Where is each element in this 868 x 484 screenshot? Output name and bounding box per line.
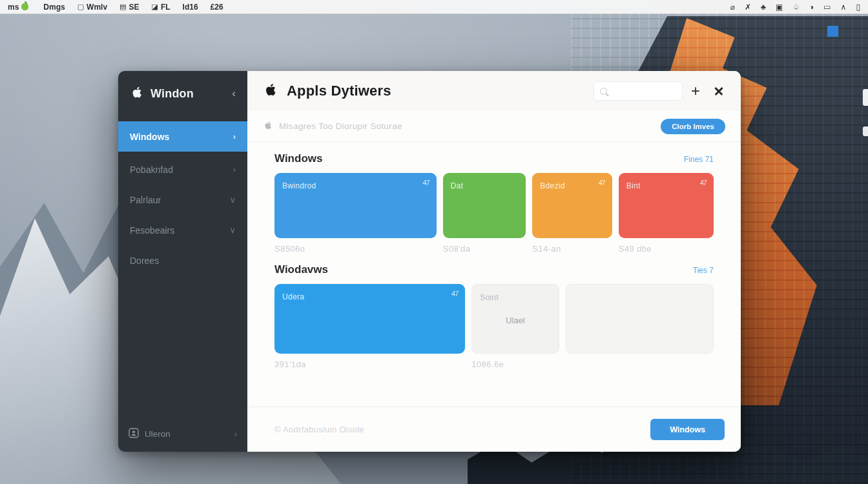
spade-status-icon[interactable]: ♤ bbox=[792, 3, 800, 12]
card-blue-wide[interactable]: Udera 47 bbox=[274, 284, 465, 354]
card-caption: S8506o bbox=[274, 244, 437, 254]
sidebar-item-label: Dorees bbox=[130, 256, 159, 266]
section-link[interactable]: Ties 7 bbox=[693, 266, 714, 275]
section-header: Windows Fines 71 bbox=[274, 152, 714, 165]
desktop-edge-icon[interactable] bbox=[863, 89, 868, 106]
chevron-right-icon: › bbox=[233, 132, 236, 141]
card-item: Bwindrod 47 S8506o bbox=[274, 173, 437, 254]
menu-bar: ms Dmgs ▢ Wmlv ▤ SE ◪ FL Id16 £26 ⌀ ✗ ♣ bbox=[0, 0, 868, 14]
square-status-icon[interactable]: ▣ bbox=[776, 3, 783, 12]
page-title: Appls Dytiwers bbox=[287, 83, 391, 99]
battery-status-icon[interactable]: ▭ bbox=[823, 3, 831, 12]
sidebar-footer-item[interactable]: Uleron › bbox=[118, 418, 247, 449]
add-button[interactable]: + bbox=[691, 83, 700, 99]
window-status-icon[interactable]: ▯ bbox=[856, 3, 860, 12]
card-red[interactable]: Bint 47 bbox=[619, 173, 714, 238]
menu-item-label: Wmlv bbox=[87, 3, 107, 12]
volume-status-icon[interactable]: ∧ bbox=[841, 3, 847, 12]
desktop-edge-icon[interactable] bbox=[863, 126, 868, 136]
card-row: Bwindrod 47 S8506o Dat S08'da Bdezid bbox=[274, 173, 714, 254]
card-label: Udera bbox=[282, 292, 304, 301]
window-glyph-icon: ▢ bbox=[78, 3, 84, 11]
card-caption: 1086.6e bbox=[471, 359, 559, 370]
sidebar-collapse-icon[interactable]: ‹ bbox=[232, 87, 236, 100]
card-green[interactable]: Dat bbox=[443, 173, 526, 238]
menu-item-label: £26 bbox=[211, 3, 223, 12]
sidebar-title: Windon bbox=[150, 87, 194, 101]
apple-logo-gray-icon bbox=[263, 120, 273, 133]
card-caption: S14-an bbox=[532, 244, 612, 254]
sidebar-item-fesobeairs[interactable]: Fesobeairs ∨ bbox=[118, 215, 247, 245]
menubar-status-area: ⌀ ✗ ♣ ▣ ♤ ◑ ▭ ∧ ▯ bbox=[730, 3, 860, 12]
menu-item-label: Dmgs bbox=[43, 3, 65, 12]
menubar-item[interactable]: ▢ Wmlv bbox=[78, 3, 107, 12]
card-orange[interactable]: Bdezid 47 bbox=[532, 173, 612, 238]
grid-glyph-icon: ▤ bbox=[119, 3, 126, 11]
menubar-app-menu[interactable]: ms bbox=[8, 3, 28, 12]
clover-status-icon[interactable]: ♣ bbox=[761, 3, 766, 12]
card-label: Dat bbox=[451, 181, 464, 190]
card-center-text: Ulael bbox=[480, 316, 551, 325]
subheader-action-button[interactable]: Clorb Imves bbox=[661, 119, 725, 134]
menubar-app-label: ms bbox=[8, 3, 19, 12]
desktop: ms Dmgs ▢ Wmlv ▤ SE ◪ FL Id16 £26 ⌀ ✗ ♣ bbox=[0, 0, 868, 484]
chevron-right-icon: › bbox=[234, 429, 237, 439]
card-badge-icon: 47 bbox=[700, 179, 707, 187]
card-label: Bint bbox=[626, 181, 641, 190]
card-blue[interactable]: Bwindrod 47 bbox=[274, 173, 437, 238]
apple-logo-icon bbox=[130, 85, 144, 102]
sidebar-header: Windon ‹ bbox=[118, 71, 247, 116]
menubar-item[interactable]: ▤ SE bbox=[119, 3, 139, 12]
card-caption: S49 dbe bbox=[619, 244, 714, 254]
user-card-icon bbox=[129, 428, 139, 440]
card-badge-icon: 47 bbox=[423, 179, 429, 187]
card-label: Bwindrod bbox=[282, 181, 316, 190]
card-item: Udera 47 391'1da bbox=[274, 284, 465, 370]
sidebar-footer-label: Uleron bbox=[145, 429, 170, 439]
search-input[interactable] bbox=[611, 86, 676, 96]
menubar-item[interactable]: Id16 bbox=[183, 3, 198, 12]
sidebar-item-palrlaur[interactable]: Palrlaur ∨ bbox=[118, 185, 247, 215]
chevron-down-icon: ∨ bbox=[229, 225, 236, 235]
menubar-item[interactable]: Dmgs bbox=[41, 3, 65, 12]
section-link[interactable]: Fines 71 bbox=[684, 155, 714, 164]
section-title: Wiodavws bbox=[274, 263, 328, 276]
folder-glyph-icon: ◪ bbox=[152, 3, 158, 11]
cross-status-icon[interactable]: ✗ bbox=[745, 3, 751, 12]
sidebar-item-label: Pobaknfad bbox=[130, 165, 173, 175]
crossed-tools-icon[interactable] bbox=[712, 85, 725, 97]
card-item: Bdezid 47 S14-an bbox=[532, 173, 612, 254]
sidebar-item-pobaknfad[interactable]: Pobaknfad › bbox=[118, 154, 247, 185]
sidebar: Windon ‹ Windows › Pobaknfad › Palrlaur … bbox=[118, 71, 247, 452]
card-item bbox=[566, 284, 714, 370]
footer-windows-button[interactable]: Windows bbox=[650, 419, 725, 440]
section-header: Wiodavws Ties 7 bbox=[274, 263, 714, 276]
sidebar-item-label: Palrlaur bbox=[130, 195, 161, 205]
menubar-item[interactable]: ◪ FL bbox=[152, 3, 170, 12]
card-label: Soint bbox=[480, 293, 499, 302]
card-item: Soint Ulael 1086.6e bbox=[471, 284, 559, 370]
circle-status-icon[interactable]: ◑ bbox=[809, 3, 814, 12]
pen-status-icon[interactable]: ⌀ bbox=[730, 3, 735, 12]
sidebar-item-windows[interactable]: Windows › bbox=[118, 121, 247, 152]
card-caption bbox=[566, 359, 714, 370]
menu-item-label: FL bbox=[161, 3, 170, 12]
card-item: Bint 47 S49 dbe bbox=[619, 173, 714, 254]
card-caption: S08'da bbox=[443, 244, 526, 254]
card-caption: 391'1da bbox=[274, 359, 465, 370]
sidebar-item-label: Windows bbox=[130, 132, 169, 142]
card-badge-icon: 47 bbox=[451, 290, 458, 297]
card-gray-empty[interactable] bbox=[566, 284, 714, 354]
app-window: Windon ‹ Windows › Pobaknfad › Palrlaur … bbox=[118, 71, 741, 452]
menubar-item[interactable]: £26 bbox=[211, 3, 223, 12]
window-footer: © Aodrfabusluin Oiside Windows bbox=[247, 407, 741, 452]
card-badge-icon: 47 bbox=[598, 179, 604, 187]
sidebar-item-dorees[interactable]: Dorees bbox=[118, 245, 247, 276]
sidebar-nav: Windows › Pobaknfad › Palrlaur ∨ Fesobea… bbox=[118, 121, 247, 276]
subheader: Misagres Too Diorupir Soturae Clorb Imve… bbox=[247, 111, 741, 142]
search-box bbox=[594, 81, 683, 101]
wallpaper-blue-block bbox=[827, 26, 838, 37]
content-area: Windows Fines 71 Bwindrod 47 S8506o Dat bbox=[247, 142, 741, 407]
card-gray[interactable]: Soint Ulael bbox=[471, 284, 559, 354]
main-panel: Appls Dytiwers + Misagres Too Diorupir S… bbox=[247, 71, 741, 452]
